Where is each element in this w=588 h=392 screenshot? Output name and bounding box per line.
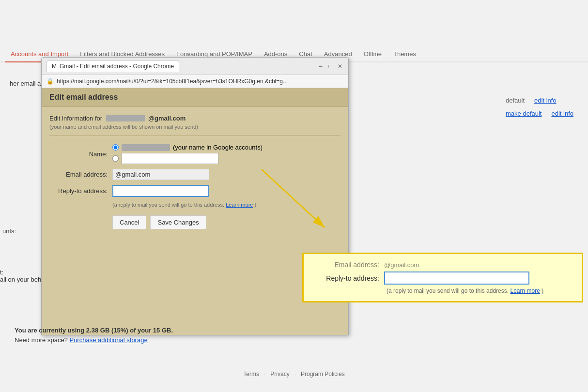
dialog-title: Edit email address: [49, 93, 340, 102]
email-row: Email address: @gmail.com: [49, 169, 340, 180]
name-label: Name:: [49, 151, 112, 158]
right-row-2: make default edit info: [506, 110, 573, 117]
lock-icon: 🔒: [46, 78, 54, 85]
make-default-link[interactable]: make default: [506, 110, 542, 117]
name-hint: (your name in Google accounts): [173, 144, 263, 151]
annotation-help: (a reply to mail you send will go to thi…: [387, 287, 574, 294]
close-button[interactable]: ✕: [337, 63, 343, 70]
cancel-button[interactable]: Cancel: [112, 215, 146, 229]
email-label: Email address:: [49, 171, 112, 178]
chrome-controls: – □ ✕: [317, 63, 343, 70]
reply-label: Reply-to address:: [49, 187, 112, 195]
gmail-favicon: M: [52, 63, 57, 70]
footer: Terms · Privacy · Program Policies: [243, 371, 344, 377]
right-info-table: default edit info make default edit info: [506, 97, 573, 123]
tab-themes[interactable]: Themes: [387, 46, 422, 62]
email-domain: @gmail.com: [148, 115, 186, 122]
name-radio-1[interactable]: [112, 144, 119, 151]
email-display: @gmail.com: [112, 169, 209, 180]
maximize-button[interactable]: □: [327, 63, 334, 70]
blurred-email-prefix: [106, 115, 145, 121]
minimize-button[interactable]: –: [317, 63, 324, 70]
more-space-text: Need more space? Purchase additional sto…: [15, 336, 173, 344]
url-text[interactable]: https://mail.google.com/mail/u/0/?ui=2&i…: [57, 78, 343, 85]
annotation-reply-input[interactable]: [384, 271, 529, 285]
footer-sep-2: ·: [294, 371, 296, 377]
learn-more-link[interactable]: Learn more: [226, 202, 253, 208]
edit-info-link-1[interactable]: edit info: [534, 97, 557, 104]
name-option-2: [112, 153, 263, 164]
annotation-email-row: Email address: @gmail.com: [311, 261, 574, 269]
name-options: (your name in Google accounts): [112, 144, 263, 164]
reply-to-input[interactable]: [112, 185, 209, 197]
policies-link[interactable]: Program Policies: [301, 371, 345, 377]
chrome-address-bar: 🔒 https://mail.google.com/mail/u/0/?ui=2…: [42, 75, 348, 88]
name-option-1: (your name in Google accounts): [112, 144, 263, 151]
edit-info-section: Edit information for @gmail.com (your na…: [49, 115, 340, 136]
terms-link[interactable]: Terms: [243, 371, 259, 377]
bottom-storage-section: You are currently using 2.38 GB (15%) of…: [15, 327, 173, 344]
right-row-1: default edit info: [506, 97, 573, 104]
dialog-header: Edit email address: [42, 88, 348, 107]
blurred-name: [122, 144, 170, 151]
annotation-email-value: @gmail.com: [384, 261, 419, 269]
name-row: Name: (your name in Google accounts): [49, 144, 340, 164]
tab-offline[interactable]: Offline: [358, 46, 387, 62]
annotation-reply-label: Reply-to address:: [311, 274, 379, 282]
purchase-storage-link[interactable]: Purchase additional storage: [69, 336, 147, 344]
chrome-tab-title: Gmail - Edit email address - Google Chro…: [60, 63, 174, 70]
name-custom-input[interactable]: [122, 153, 218, 164]
edit-info-sub: (your name and email address will be sho…: [49, 124, 340, 130]
default-status: default: [506, 97, 525, 104]
reply-to-row: Reply-to address:: [49, 185, 340, 197]
send-behalf-text: ail on your beha: [0, 276, 45, 283]
chrome-tab[interactable]: M Gmail - Edit email address - Google Ch…: [46, 60, 179, 72]
name-radio-2[interactable]: [112, 155, 119, 162]
edit-info-label: Edit information for @gmail.com: [49, 115, 340, 122]
annotation-learn-more-link[interactable]: Learn more: [510, 287, 540, 294]
footer-sep-1: ·: [264, 371, 265, 377]
send-mail-label: t:: [0, 269, 45, 276]
reply-help-text: (a reply to mail you send will go to thi…: [112, 202, 340, 208]
dialog-body: Edit information for @gmail.com (your na…: [42, 107, 348, 237]
save-changes-button[interactable]: Save Changes: [150, 215, 206, 229]
annotation-email-label: Email address:: [311, 261, 379, 269]
dialog-buttons: Cancel Save Changes: [112, 215, 340, 229]
annotation-reply-row: Reply-to address:: [311, 271, 574, 285]
chrome-titlebar: M Gmail - Edit email address - Google Ch…: [42, 58, 348, 75]
storage-text: You are currently using 2.38 GB (15%) of…: [15, 327, 173, 334]
edit-info-link-2[interactable]: edit info: [551, 110, 573, 117]
annotation-box: Email address: @gmail.com Reply-to addre…: [302, 253, 583, 302]
privacy-link[interactable]: Privacy: [270, 371, 289, 377]
accounts-label: unts:: [2, 227, 16, 235]
